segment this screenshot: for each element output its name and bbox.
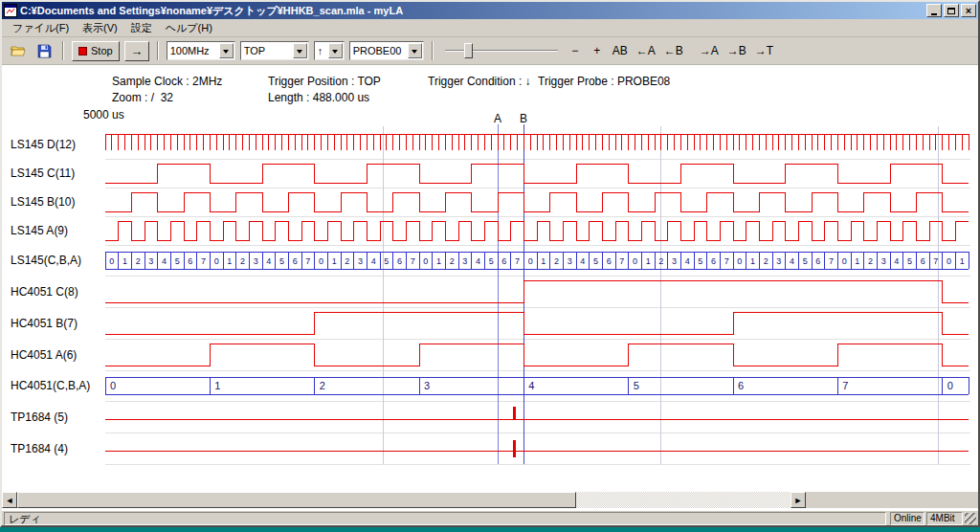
svg-text:1: 1: [436, 256, 441, 266]
scroll-right-button[interactable]: ►: [791, 492, 806, 508]
stop-label: Stop: [91, 45, 113, 56]
svg-text:3: 3: [358, 256, 363, 266]
svg-text:1: 1: [750, 256, 755, 266]
triangle-glyph: [297, 50, 302, 56]
svg-text:1: 1: [855, 256, 859, 266]
horizontal-scrollbar[interactable]: ◄ ►: [2, 492, 806, 508]
menu-settings[interactable]: 設定: [124, 19, 159, 37]
goto-a-prev-button[interactable]: ←A: [635, 41, 657, 60]
trigger-position-combobox[interactable]: TOP: [240, 41, 309, 60]
svg-text:6: 6: [607, 256, 612, 266]
length-info: Length : 488.000 us: [268, 91, 369, 104]
svg-text:6: 6: [397, 256, 402, 266]
app-window: C:¥Documents and Settings¥noname¥デスクトップ¥…: [0, 0, 980, 527]
svg-text:1: 1: [332, 256, 337, 266]
svg-text:0: 0: [947, 380, 953, 391]
run-button[interactable]: →: [124, 41, 149, 61]
svg-text:0: 0: [109, 256, 114, 266]
svg-text:7: 7: [829, 256, 834, 266]
status-memory: 4MBit: [926, 512, 963, 525]
svg-text:0: 0: [947, 256, 951, 266]
minimize-icon: [931, 13, 937, 15]
zoom-slider-thumb[interactable]: [464, 43, 473, 58]
status-text: レディ: [9, 513, 41, 524]
zoom-info: Zoom : / 32: [112, 91, 173, 104]
goto-b-prev-button[interactable]: ←B: [662, 41, 685, 60]
svg-text:0: 0: [110, 380, 116, 391]
scrollbar-thumb[interactable]: [17, 492, 576, 508]
svg-text:5: 5: [803, 256, 808, 266]
stop-button[interactable]: Stop: [72, 41, 120, 61]
svg-text:4: 4: [528, 380, 534, 391]
svg-text:7: 7: [305, 256, 310, 266]
svg-text:5: 5: [384, 256, 389, 266]
svg-text:0: 0: [319, 256, 323, 266]
chevron-down-icon[interactable]: [408, 43, 422, 58]
toolbar-separator: [432, 41, 434, 60]
svg-text:5: 5: [907, 256, 912, 266]
status-online: Online: [890, 512, 924, 525]
trigger-probe-info: Trigger Probe : PROBE08: [538, 75, 670, 88]
goto-b-next-button[interactable]: →B: [725, 41, 748, 60]
svg-text:7: 7: [515, 256, 520, 266]
maximize-button[interactable]: [944, 4, 959, 17]
svg-text:3: 3: [424, 380, 430, 391]
svg-text:2: 2: [450, 256, 455, 266]
svg-text:1: 1: [227, 256, 232, 266]
title-bar: C:¥Documents and Settings¥noname¥デスクトップ¥…: [2, 2, 978, 19]
chevron-down-icon[interactable]: [293, 43, 307, 58]
svg-text:3: 3: [462, 256, 467, 266]
menu-help[interactable]: ヘルプ(H): [159, 19, 219, 37]
svg-text:6: 6: [815, 256, 820, 266]
window-controls: ×: [926, 4, 976, 17]
sample-clock-value: 100MHz: [167, 45, 219, 56]
triangle-glyph: [332, 50, 338, 56]
chevron-down-icon[interactable]: [328, 43, 343, 58]
waveform-client-area: Sample Clock : 2MHz Trigger Position : T…: [2, 65, 978, 510]
marker-label[interactable]: B: [520, 112, 527, 125]
resize-grip[interactable]: [965, 513, 976, 524]
maximize-icon: [947, 8, 955, 14]
triangle-glyph: [412, 50, 417, 56]
menu-view[interactable]: 表示(V): [76, 19, 124, 37]
svg-text:3: 3: [672, 256, 677, 266]
svg-text:1: 1: [122, 256, 127, 266]
svg-text:4: 4: [685, 256, 690, 266]
svg-text:7: 7: [411, 256, 415, 266]
trigger-position-value: TOP: [241, 45, 293, 56]
svg-text:5: 5: [634, 380, 639, 391]
trigger-edge-combobox[interactable]: ↑: [314, 41, 345, 60]
trigger-edge-value: ↑: [315, 45, 328, 56]
zoom-slider[interactable]: [441, 41, 562, 60]
marker-label[interactable]: A: [494, 112, 501, 125]
svg-text:0: 0: [528, 256, 533, 266]
chevron-down-icon[interactable]: [219, 43, 234, 58]
save-file-button[interactable]: [33, 41, 55, 60]
goto-a-next-button[interactable]: →A: [698, 41, 721, 60]
svg-text:6: 6: [738, 380, 744, 391]
svg-text:0: 0: [214, 256, 219, 266]
sample-clock-combobox[interactable]: 100MHz: [167, 41, 235, 60]
trigger-position-info: Trigger Position : TOP: [268, 75, 381, 88]
svg-text:1: 1: [960, 256, 965, 266]
svg-text:6: 6: [921, 256, 925, 266]
ab-range-button[interactable]: AB: [611, 41, 630, 60]
svg-text:5: 5: [279, 256, 284, 266]
scroll-left-button[interactable]: ◄: [2, 492, 17, 508]
open-file-button[interactable]: [8, 41, 29, 60]
svg-text:4: 4: [266, 256, 271, 266]
goto-trigger-button[interactable]: →T: [753, 41, 775, 60]
svg-text:2: 2: [868, 256, 873, 266]
zoom-slider-track: [445, 50, 558, 52]
svg-text:3: 3: [568, 256, 572, 266]
trigger-probe-value: PROBE00: [350, 45, 408, 56]
close-button[interactable]: ×: [961, 4, 976, 17]
window-title: C:¥Documents and Settings¥noname¥デスクトップ¥…: [20, 4, 924, 18]
svg-text:7: 7: [619, 256, 624, 266]
minimize-button[interactable]: [926, 4, 942, 17]
zoom-out-button[interactable]: −: [567, 41, 584, 60]
menu-file[interactable]: ファイル(F): [6, 19, 76, 37]
svg-text:2: 2: [658, 256, 663, 266]
zoom-in-button[interactable]: +: [589, 41, 606, 60]
trigger-probe-combobox[interactable]: PROBE00: [349, 41, 424, 60]
